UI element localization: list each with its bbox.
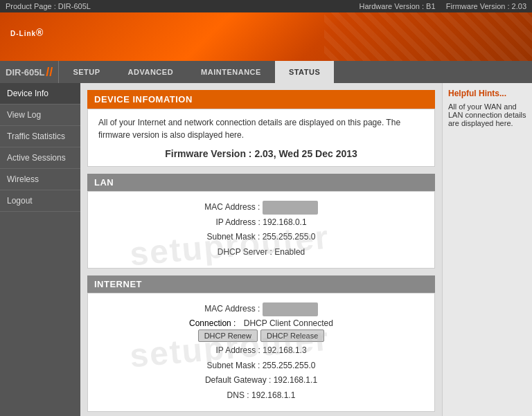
internet-gateway-row: Default Gateway : 192.168.1.1 bbox=[98, 373, 424, 388]
sidebar-item-wireless[interactable]: Wireless bbox=[0, 169, 80, 190]
hints-text: All of your WAN and LAN connection detai… bbox=[448, 102, 526, 127]
lan-mac-row: MAC Address : bbox=[98, 200, 424, 215]
lan-ip-row: IP Address : 192.168.0.1 bbox=[98, 215, 424, 230]
internet-dns-row: DNS : 192.168.1.1 bbox=[98, 388, 424, 404]
hw-fw-label: Hardware Version : B1 Firmware Version :… bbox=[360, 2, 527, 10]
internet-subnet-row: Subnet Mask : 255.255.255.0 bbox=[98, 359, 424, 374]
lan-header: LAN bbox=[87, 174, 435, 191]
dhcp-renew-button[interactable]: DHCP Renew bbox=[198, 329, 258, 342]
tab-advanced[interactable]: ADVANCED bbox=[114, 61, 188, 83]
lan-mac-value bbox=[263, 201, 318, 215]
internet-header: INTERNET bbox=[87, 275, 435, 293]
content-area: DEVICE INFOMATION All of your Internet a… bbox=[80, 83, 442, 416]
model-badge: DIR-605L// bbox=[0, 61, 59, 83]
sidebar-item-traffic-statistics[interactable]: Traffic Statistics bbox=[0, 126, 80, 147]
top-bar: Product Page : DIR-605L Hardware Version… bbox=[0, 0, 532, 12]
internet-ip-row: IP Address : 192.168.1.3 bbox=[98, 343, 424, 359]
main-layout: Device Info View Log Traffic Statistics … bbox=[0, 83, 532, 416]
sidebar-item-device-info[interactable]: Device Info bbox=[0, 83, 80, 105]
sidebar-item-active-sessions[interactable]: Active Sessions bbox=[0, 147, 80, 169]
device-info-box: All of your Internet and network connect… bbox=[87, 109, 435, 167]
dhcp-release-button[interactable]: DHCP Release bbox=[260, 329, 324, 342]
lan-dhcp-row: DHCP Server : Enabled bbox=[98, 245, 424, 260]
lan-subnet-row: Subnet Mask : 255.255.255.0 bbox=[98, 230, 424, 245]
internet-mac-value bbox=[263, 302, 318, 316]
internet-mac-row: MAC Address : bbox=[98, 302, 424, 317]
internet-section: setuprouter MAC Address : Connection : D… bbox=[87, 293, 435, 412]
internet-connection-row: Connection : DHCP Client Connected bbox=[98, 318, 424, 328]
header: D-Link® bbox=[0, 12, 532, 61]
firmware-text: Firmware Version : 2.03, Wed 25 Dec 2013 bbox=[98, 148, 424, 159]
sidebar-item-logout[interactable]: Logout bbox=[0, 190, 80, 212]
logo: D-Link® bbox=[10, 24, 44, 50]
device-info-header: DEVICE INFOMATION bbox=[87, 90, 435, 109]
device-info-description: All of your Internet and network connect… bbox=[98, 116, 424, 141]
sidebar: Device Info View Log Traffic Statistics … bbox=[0, 83, 80, 416]
hints-panel: Helpful Hints... All of your WAN and LAN… bbox=[442, 83, 532, 416]
sidebar-item-view-log[interactable]: View Log bbox=[0, 105, 80, 126]
nav-bar: DIR-605L// SETUP ADVANCED MAINTENANCE ST… bbox=[0, 61, 532, 83]
lan-section: setuprouter MAC Address : IP Address : 1… bbox=[87, 191, 435, 269]
dhcp-buttons-row: DHCP Renew DHCP Release bbox=[98, 329, 424, 342]
tab-setup[interactable]: SETUP bbox=[59, 61, 114, 83]
tab-status[interactable]: STATUS bbox=[275, 61, 334, 83]
product-label: Product Page : DIR-605L bbox=[6, 2, 91, 10]
tab-maintenance[interactable]: MAINTENANCE bbox=[187, 61, 275, 83]
hints-title: Helpful Hints... bbox=[448, 89, 526, 98]
